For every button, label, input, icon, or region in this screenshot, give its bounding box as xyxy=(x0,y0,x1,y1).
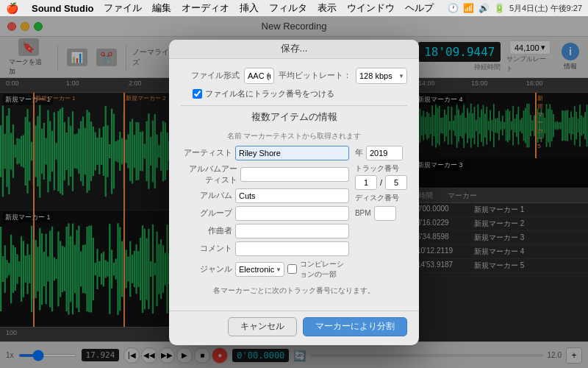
artist-label: アーティスト xyxy=(181,147,232,158)
track-number-checkbox-row: ファイル名にトラック番号をつける xyxy=(193,88,407,99)
genre-select[interactable]: Electronic xyxy=(235,262,284,277)
file-format-label: ファイル形式 xyxy=(181,70,240,81)
menu-help[interactable]: ヘルプ xyxy=(405,1,434,15)
group-input[interactable] xyxy=(235,206,349,221)
app-window: New Recording 🔖 マークを追加 📊 ✂️ ノーマライズ フェードイ… xyxy=(0,16,588,368)
bpm-row: BPM xyxy=(355,206,407,221)
modal-overlay: 保存... ファイル形式 AAC (m4a) Audio ▼ 平均ビットレート： xyxy=(0,16,588,368)
meta-fields-left: アーティスト アルバムアーティスト アルバム xyxy=(181,146,349,283)
bpm-input[interactable] xyxy=(374,206,396,221)
avg-bitrate-label: 平均ビットレート： xyxy=(279,70,351,81)
track-total-input[interactable] xyxy=(385,175,407,190)
album-input[interactable] xyxy=(235,188,349,203)
compilation-label: コンピレーションの一部 xyxy=(300,259,349,280)
track-num-input[interactable] xyxy=(355,175,377,190)
multiple-items-section: 複数アイテムの情報 名前 マーカーテキストから取得されます xyxy=(181,105,407,141)
menu-insert[interactable]: 挿入 xyxy=(240,1,259,15)
menu-view[interactable]: 表示 xyxy=(318,1,337,15)
genre-label: ジャンル xyxy=(181,263,232,275)
avg-bitrate-wrapper: 128 kbps ▼ xyxy=(356,68,407,84)
multiple-items-title: 複数アイテムの情報 xyxy=(181,110,407,124)
track-num-label: トラック番号 xyxy=(355,163,407,174)
comment-input[interactable] xyxy=(235,241,349,256)
menu-file[interactable]: ファイル xyxy=(104,1,142,15)
composer-label: 作曲者 xyxy=(181,225,232,236)
volume-icon: 🔊 xyxy=(478,3,490,13)
artist-input[interactable] xyxy=(235,146,349,160)
wifi-icon: 📶 xyxy=(463,3,474,13)
genre-row: ジャンル Electronic ▼ コンピレーションの一部 xyxy=(181,259,349,280)
menu-filter[interactable]: フィルタ xyxy=(269,1,307,15)
file-format-row: ファイル形式 AAC (m4a) Audio ▼ 平均ビットレート： 128 k… xyxy=(181,68,407,84)
artist-row: アーティスト xyxy=(181,146,349,160)
album-row: アルバム xyxy=(181,188,349,203)
track-number-checkbox[interactable] xyxy=(193,89,202,99)
track-number-checkbox-label: ファイル名にトラック番号をつける xyxy=(205,88,334,99)
year-row: 年 xyxy=(355,146,407,160)
album-artist-input[interactable] xyxy=(240,167,349,182)
file-format-select-wrapper: AAC (m4a) Audio ▼ xyxy=(244,68,274,84)
genre-select-wrapper: Electronic ▼ xyxy=(235,262,284,277)
avg-bitrate-select[interactable]: 128 kbps xyxy=(356,68,407,84)
cancel-button[interactable]: キャンセル xyxy=(228,317,297,336)
menubar-right: 🕐 📶 🔊 🔋 5月4日(土) 午後9:27 xyxy=(448,3,582,14)
composer-row: 作曲者 xyxy=(181,224,349,238)
album-label: アルバム xyxy=(181,190,232,201)
album-artist-row: アルバムアーティスト xyxy=(181,163,349,185)
app-name[interactable]: Sound Studio xyxy=(32,3,93,14)
track-num-row: / xyxy=(355,175,407,190)
composer-input[interactable] xyxy=(235,224,349,238)
modal-title: 保存... xyxy=(281,42,308,55)
modal-body: ファイル形式 AAC (m4a) Audio ▼ 平均ビットレート： 128 k… xyxy=(169,59,419,311)
modal-footer: キャンセル マーカーにより分割 xyxy=(169,311,419,345)
menubar: 🍎 Sound Studio ファイル 編集 オーディオ 挿入 フィルタ 表示 … xyxy=(0,0,588,16)
name-note: 名前 マーカーテキストから取得されます xyxy=(181,131,407,141)
save-dialog: 保存... ファイル形式 AAC (m4a) Audio ▼ 平均ビットレート： xyxy=(169,40,419,345)
menu-audio[interactable]: オーディオ xyxy=(182,1,229,15)
year-input[interactable] xyxy=(366,146,403,160)
datetime: 5月4日(土) 午後9:27 xyxy=(509,3,582,14)
battery-icon: 🔋 xyxy=(494,3,505,13)
comment-row: コメント xyxy=(181,241,349,256)
year-label: 年 xyxy=(355,147,363,158)
group-row: グループ xyxy=(181,206,349,221)
modal-titlebar: 保存... xyxy=(169,40,419,59)
album-artist-label: アルバムアーティスト xyxy=(181,163,237,185)
bpm-label: BPM xyxy=(355,209,371,217)
apple-menu[interactable]: 🍎 xyxy=(6,2,18,14)
group-label: グループ xyxy=(181,208,232,219)
track-slash: / xyxy=(380,178,382,187)
comment-label: コメント xyxy=(181,243,232,254)
menu-window[interactable]: ウインドウ xyxy=(347,1,395,15)
modal-note-bottom: 各マーカーごとに次のトラック番号になります。 xyxy=(181,286,407,296)
split-by-marker-button[interactable]: マーカーにより分割 xyxy=(303,317,407,336)
disc-num-label: ディスク番号 xyxy=(355,193,407,203)
clock-icon: 🕐 xyxy=(448,3,459,13)
file-format-select[interactable]: AAC (m4a) Audio xyxy=(244,68,274,84)
menu-edit[interactable]: 編集 xyxy=(152,1,171,15)
meta-fields-right: 年 トラック番号 / ディスク番号 xyxy=(355,146,407,283)
compilation-checkbox[interactable] xyxy=(287,264,297,274)
meta-fields: アーティスト アルバムアーティスト アルバム xyxy=(181,146,407,283)
